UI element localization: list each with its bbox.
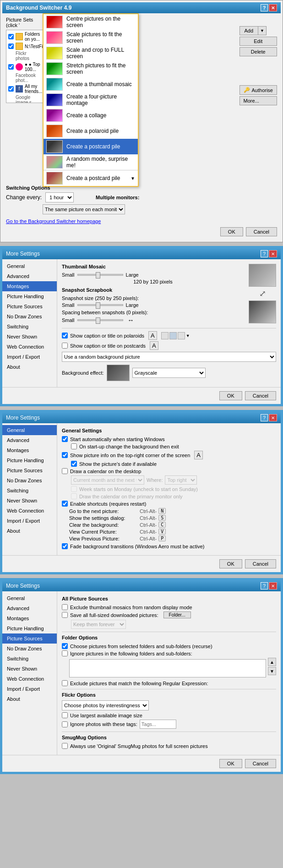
add-dropdown-arrow[interactable]: ▼ [258, 26, 267, 35]
ms1-nav-montages[interactable]: Montages [2, 281, 57, 291]
spacing-slider[interactable] [77, 319, 123, 321]
cb-startup-exit-check[interactable] [71, 443, 77, 449]
cb-postcards-check[interactable] [62, 343, 68, 349]
cb-fade-check[interactable] [62, 543, 68, 549]
ms2-nav-no-draw-zones[interactable]: No Draw Zones [2, 475, 57, 486]
cb-ignore-folders-check[interactable] [62, 650, 68, 656]
dropdown-item-10[interactable]: A random mode, surprise me! [44, 154, 138, 170]
keep-forever-select[interactable]: Keep them forever [71, 620, 126, 629]
dropdown-item-6[interactable]: Create a four-picture montage [44, 92, 138, 108]
ms2-ok-button[interactable]: OK [219, 559, 242, 568]
calendar-option-select[interactable]: Current month and the next two [71, 475, 144, 485]
source-checkbox-6[interactable] [8, 86, 14, 92]
ms1-cancel-button[interactable]: Cancel [245, 391, 276, 400]
flickr-sort-select[interactable]: Choose photos by interestingness [62, 700, 149, 710]
scroll-down-button[interactable]: ▼ [268, 667, 276, 675]
ms1-nav-never-shown[interactable]: Never Shown [2, 332, 57, 342]
dropdown-item-1[interactable]: Centre pictures on the screen [44, 14, 138, 30]
ms3-close-button[interactable]: ✕ [269, 582, 277, 590]
ms3-nav-picture-sources[interactable]: Picture Sources [2, 633, 57, 644]
ms2-help-button[interactable]: ? [261, 414, 268, 421]
ms1-nav-advanced[interactable]: Advanced [2, 271, 57, 281]
more-button[interactable]: More... [239, 96, 277, 105]
ms1-nav-about[interactable]: About [2, 362, 57, 372]
ms1-close-button[interactable]: ✕ [269, 250, 277, 257]
cb-smugmug-original-check[interactable] [62, 743, 68, 749]
cb-exclude-mosaic-check[interactable] [62, 604, 68, 610]
bg-effect-select[interactable]: Grayscale [132, 368, 206, 378]
cb-largest-image-check[interactable] [62, 712, 68, 718]
color-arrow[interactable]: ▼ [186, 332, 190, 339]
ms1-ok-button[interactable]: OK [219, 391, 242, 400]
ms2-close-button[interactable]: ✕ [269, 414, 277, 421]
cb-shortcuts-check[interactable] [62, 501, 68, 507]
dropdown-item-11[interactable]: Create a postcard pile ▼ [44, 170, 138, 186]
cb-recurse-check[interactable] [62, 643, 68, 649]
ms2-nav-web-connection[interactable]: Web Connection [2, 506, 57, 516]
source-item-4[interactable]: ● ● Top 100... [7, 61, 42, 72]
dropdown-item-4[interactable]: Stretch pictures to fit the screen [44, 61, 138, 76]
ms2-nav-switching[interactable]: Switching [2, 486, 57, 496]
dropdown-item-2[interactable]: Scale pictures to fit the screen [44, 30, 138, 45]
homepage-link[interactable]: Go to the Background Switcher homepage [6, 218, 101, 224]
ms3-help-button[interactable]: ? [261, 582, 268, 590]
ms3-nav-montages[interactable]: Montages [2, 613, 57, 623]
scroll-up-button[interactable]: ▲ [268, 658, 276, 666]
ms2-nav-never-shown[interactable]: Never Shown [2, 496, 57, 506]
dropdown-item-7[interactable]: Create a collage [44, 108, 138, 123]
dropdown-item-9[interactable]: Create a postcard pile [44, 139, 138, 154]
ms3-nav-switching[interactable]: Switching [2, 654, 57, 664]
cb-ignore-tags-check[interactable] [62, 721, 68, 727]
source-checkbox-1[interactable] [8, 34, 14, 39]
ms2-nav-general[interactable]: General [2, 425, 57, 435]
interval-select[interactable]: 1 hour [45, 192, 74, 202]
ms3-nav-web-connection[interactable]: Web Connection [2, 674, 57, 684]
ms2-nav-about[interactable]: About [2, 526, 57, 536]
folder-button[interactable]: Folder... [163, 611, 191, 618]
ms1-nav-picture-sources[interactable]: Picture Sources [2, 301, 57, 311]
ms3-nav-about[interactable]: About [2, 694, 57, 704]
ms3-nav-no-draw-zones[interactable]: No Draw Zones [2, 644, 57, 654]
monitor-option-select[interactable]: The same picture on each monitor [43, 204, 125, 214]
ms2-nav-picture-handling[interactable]: Picture Handling [2, 455, 57, 465]
delete-button[interactable]: Delete [239, 47, 277, 56]
color-swatch-3[interactable] [178, 332, 185, 339]
ms3-nav-picture-handling[interactable]: Picture Handling [2, 623, 57, 633]
ms1-nav-general[interactable]: General [2, 261, 57, 271]
ms1-nav-no-draw-zones[interactable]: No Draw Zones [2, 311, 57, 322]
ms3-nav-import-export[interactable]: Import / Export [2, 684, 57, 694]
cb-show-date-check[interactable] [71, 461, 77, 467]
color-swatch-1[interactable] [161, 332, 169, 339]
snapshot-size-slider[interactable] [77, 304, 123, 306]
ms2-nav-montages[interactable]: Montages [2, 445, 57, 455]
authorise-button[interactable]: 🔑 Authorise [239, 85, 277, 95]
add-button[interactable]: Add [239, 26, 259, 35]
source-item-1[interactable]: Folders on yo... [7, 31, 42, 42]
ms1-help-button[interactable]: ? [261, 250, 268, 257]
source-checkbox-4[interactable] [8, 64, 14, 70]
cb-save-downloaded-check[interactable] [62, 612, 68, 618]
help-button[interactable]: ? [261, 4, 268, 11]
color-swatch-2[interactable] [169, 332, 177, 339]
dropdown-item-3[interactable]: Scale and crop to FULL screen [44, 45, 138, 61]
cb-polaroids-check[interactable] [62, 333, 68, 338]
ms1-nav-web-connection[interactable]: Web Connection [2, 342, 57, 352]
ms2-nav-import-export[interactable]: Import / Export [2, 516, 57, 526]
ok-button[interactable]: OK [220, 227, 243, 236]
ms3-nav-never-shown[interactable]: Never Shown [2, 664, 57, 674]
ms1-nav-picture-handling[interactable]: Picture Handling [2, 291, 57, 301]
cb-autostart-check[interactable] [62, 436, 68, 442]
ms2-cancel-button[interactable]: Cancel [245, 559, 276, 568]
ms3-nav-advanced[interactable]: Advanced [2, 603, 57, 613]
cb-calendar-primary-check[interactable] [71, 493, 77, 499]
source-item-6[interactable]: f All my friends... [7, 83, 42, 94]
source-item-2[interactable]: N:\TestFiles\ [7, 42, 42, 50]
cb-week-starts-check[interactable] [71, 486, 77, 492]
dropdown-item-8[interactable]: Create a polaroid pile [44, 123, 138, 139]
source-checkbox-2[interactable] [8, 44, 14, 49]
cb-calendar-check[interactable] [62, 468, 68, 474]
ms2-nav-advanced[interactable]: Advanced [2, 435, 57, 445]
dropdown-item-5[interactable]: Create a thumbnail mosaic [44, 76, 138, 92]
ms3-ok-button[interactable]: OK [219, 759, 242, 768]
where-select[interactable]: Top right [165, 475, 197, 485]
